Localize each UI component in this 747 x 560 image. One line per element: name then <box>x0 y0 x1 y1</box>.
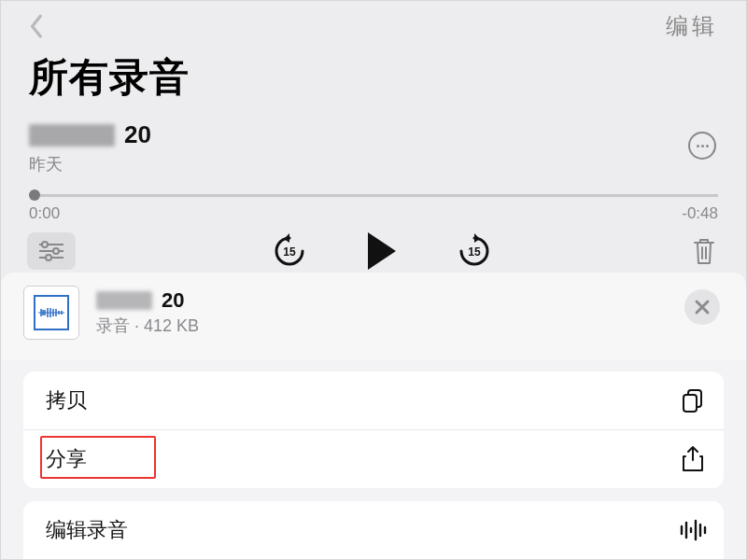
edit-recording-label: 编辑录音 <box>46 516 128 544</box>
svg-rect-10 <box>684 395 697 412</box>
scrubber-knob[interactable] <box>29 189 40 201</box>
more-options-button[interactable] <box>688 132 716 160</box>
scrubber-track[interactable] <box>29 194 718 197</box>
skip-forward-15-button[interactable]: 15 <box>456 232 493 270</box>
recording-name-redacted <box>29 124 115 147</box>
file-thumbnail <box>23 286 79 340</box>
copy-action[interactable]: 拷贝 <box>23 371 724 430</box>
edit-button[interactable]: 编辑 <box>666 11 718 41</box>
svg-point-4 <box>53 248 59 254</box>
back-button[interactable] <box>25 10 49 42</box>
delete-button[interactable] <box>688 235 720 267</box>
recording-item-selected: 20 昨天 <box>1 117 746 181</box>
sheet-filename-redacted <box>96 291 152 310</box>
svg-point-5 <box>46 255 51 260</box>
play-icon <box>368 232 396 270</box>
sheet-file-number: 20 <box>162 288 184 313</box>
remaining-time: -0:48 <box>682 204 718 223</box>
share-sheet: 20 录音 · 412 KB 拷贝 分享 <box>1 273 746 559</box>
current-time: 0:00 <box>29 204 60 223</box>
share-icon <box>679 445 707 473</box>
highlight-box <box>40 436 156 479</box>
svg-text:15: 15 <box>283 245 296 259</box>
play-button[interactable] <box>368 232 396 270</box>
copy-icon <box>679 386 707 414</box>
share-action[interactable]: 分享 <box>23 430 724 488</box>
close-sheet-button[interactable] <box>684 289 720 325</box>
edit-recording-action[interactable]: 编辑录音 <box>23 501 724 559</box>
waveform-icon <box>679 516 707 544</box>
copy-label: 拷贝 <box>46 386 87 414</box>
page-title: 所有录音 <box>1 42 746 117</box>
skip-back-15-button[interactable]: 15 <box>271 232 308 270</box>
svg-point-3 <box>42 242 48 247</box>
trim-button[interactable] <box>27 232 76 270</box>
sheet-file-meta: 录音 · 412 KB <box>96 315 199 337</box>
svg-text:15: 15 <box>468 245 481 259</box>
recording-date: 昨天 <box>29 153 718 175</box>
recording-number: 20 <box>124 120 151 149</box>
